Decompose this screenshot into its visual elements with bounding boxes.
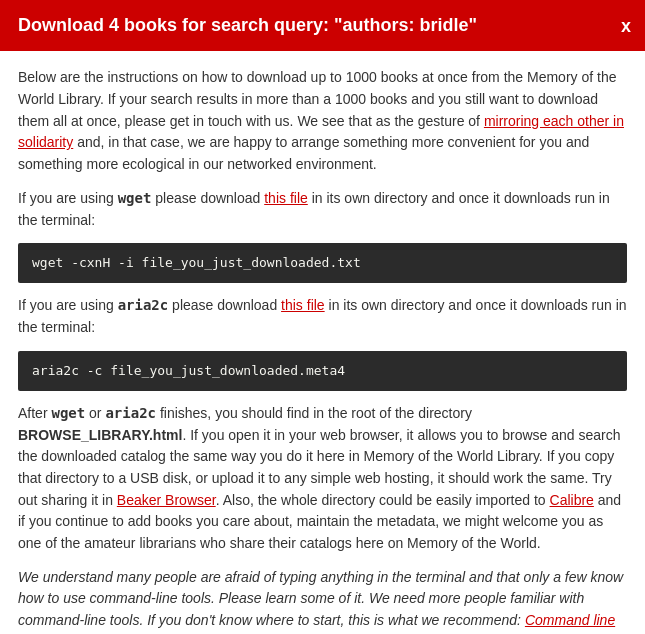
aria2c-paragraph: If you are using aria2c please download … xyxy=(18,295,627,338)
close-button[interactable]: x xyxy=(621,17,631,35)
header-title: Download 4 books for search query: "auth… xyxy=(18,15,477,35)
header-bar: Download 4 books for search query: "auth… xyxy=(0,0,645,51)
browse-file-label: BROWSE_LIBRARY.html xyxy=(18,427,182,443)
beaker-link[interactable]: Beaker Browser xyxy=(117,492,216,508)
after-paragraph: After wget or aria2c finishes, you shoul… xyxy=(18,403,627,555)
italic-paragraph: We understand many people are afraid of … xyxy=(18,567,627,634)
aria2c-mid: please download xyxy=(168,297,281,313)
after-aria2c: aria2c xyxy=(105,405,156,421)
wget-mid: please download xyxy=(151,190,264,206)
calibre-link[interactable]: Calibre xyxy=(550,492,594,508)
after-beaker: . Also, the whole directory could be eas… xyxy=(216,492,550,508)
wget-intro: If you are using xyxy=(18,190,118,206)
after-cont: finishes, you should find in the root of… xyxy=(156,405,472,421)
aria2c-this-file-link[interactable]: this file xyxy=(281,297,325,313)
aria2c-intro: If you are using xyxy=(18,297,118,313)
intro-paragraph: Below are the instructions on how to dow… xyxy=(18,67,627,175)
after-wget: wget xyxy=(51,405,85,421)
wget-this-file-link[interactable]: this file xyxy=(264,190,308,206)
main-content: Below are the instructions on how to dow… xyxy=(0,51,645,634)
wget-label: wget xyxy=(118,190,152,206)
wget-paragraph: If you are using wget please download th… xyxy=(18,188,627,231)
wget-command-block: wget -cxnH -i file_you_just_downloaded.t… xyxy=(18,243,627,283)
after-or: or xyxy=(85,405,105,421)
aria2c-command-block: aria2c -c file_you_just_downloaded.meta4 xyxy=(18,351,627,391)
after-intro: After xyxy=(18,405,51,421)
aria2c-label: aria2c xyxy=(118,297,169,313)
intro-cont: and, in that case, we are happy to arran… xyxy=(18,134,589,172)
